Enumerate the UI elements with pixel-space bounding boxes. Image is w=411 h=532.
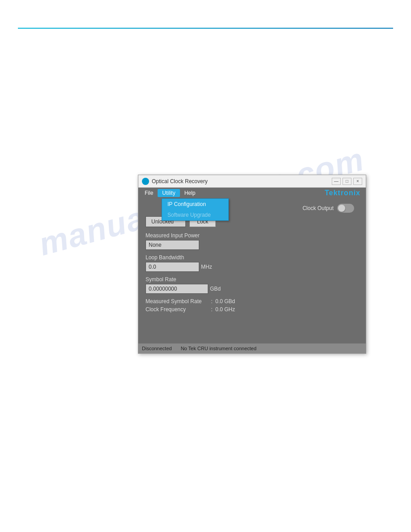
menu-bar: File Utility Help Tektronix IP Configura… <box>138 188 366 198</box>
top-decorative-line <box>18 28 393 29</box>
dropdown-ip-config[interactable]: IP Configuration <box>162 199 228 210</box>
menu-file[interactable]: File <box>140 189 158 197</box>
menu-utility[interactable]: Utility <box>158 189 180 197</box>
minimize-button[interactable]: — <box>332 178 341 185</box>
clock-frequency-label: Clock Frequency <box>146 306 208 313</box>
app-window: Optical Clock Recovery — □ × File Utilit… <box>138 175 366 354</box>
app-icon <box>142 178 149 185</box>
window-title: Optical Clock Recovery <box>152 178 332 184</box>
loop-bandwidth-label: Loop Bandwidth <box>146 254 359 261</box>
measured-symbol-rate-row: Measured Symbol Rate : 0.0 GBd <box>146 298 359 305</box>
symbol-rate-label: Symbol Rate <box>146 276 359 283</box>
clock-frequency-sep: : <box>208 306 215 313</box>
symbol-rate-group: Symbol Rate GBd <box>146 276 359 294</box>
measured-symbol-rate-label: Measured Symbol Rate <box>146 298 208 305</box>
clock-output-label: Clock Output <box>303 205 334 211</box>
loop-bandwidth-field[interactable] <box>146 262 199 272</box>
connection-status: Disconnected <box>142 346 172 351</box>
symbol-rate-row: GBd <box>146 284 359 294</box>
measured-symbol-rate-sep: : <box>208 298 215 305</box>
toggle-knob <box>338 205 345 212</box>
window-controls: — □ × <box>332 178 362 185</box>
measured-input-power-label: Measured Input Power <box>146 232 359 239</box>
clock-output-toggle[interactable] <box>337 204 354 213</box>
measured-input-power-group: Measured Input Power <box>146 232 359 250</box>
title-bar: Optical Clock Recovery — □ × <box>138 175 366 188</box>
utility-dropdown: IP Configuration Software Upgrade <box>162 198 229 221</box>
restore-button[interactable]: □ <box>342 178 351 185</box>
loop-bandwidth-unit: MHz <box>201 264 212 270</box>
symbol-rate-field[interactable] <box>146 284 208 294</box>
measured-input-power-field[interactable] <box>146 240 199 250</box>
dropdown-software-upgrade: Software Upgrade <box>162 210 228 220</box>
measured-symbol-rate-value: 0.0 GBd <box>215 298 235 305</box>
loop-bandwidth-row: MHz <box>146 262 359 272</box>
measured-input-power-row <box>146 240 359 250</box>
menu-help[interactable]: Help <box>180 189 200 197</box>
brand-logo: Tektronix <box>325 189 364 197</box>
clock-frequency-value: 0.0 GHz <box>215 306 235 313</box>
symbol-rate-unit: GBd <box>210 286 221 292</box>
clock-frequency-row: Clock Frequency : 0.0 GHz <box>146 306 359 313</box>
status-message: No Tek CRU instrument connected <box>181 346 257 351</box>
status-bar: Disconnected No Tek CRU instrument conne… <box>138 343 366 353</box>
loop-bandwidth-group: Loop Bandwidth MHz <box>146 254 359 272</box>
close-button[interactable]: × <box>353 178 362 185</box>
